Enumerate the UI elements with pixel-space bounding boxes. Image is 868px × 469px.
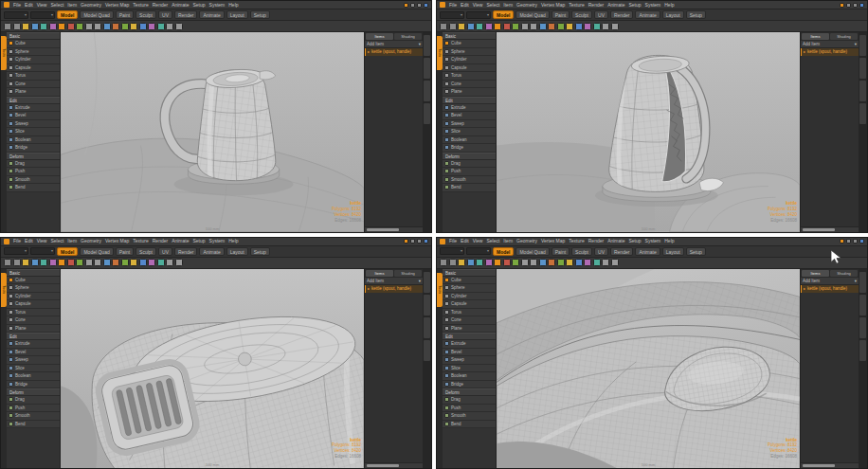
menu-render[interactable]: Render [153,237,168,245]
layout-tab-layout[interactable]: Layout [662,10,684,19]
menu-render[interactable]: Render [153,1,168,9]
menu-geometry[interactable]: Geometry [81,1,101,9]
rotate-tool-icon[interactable] [112,23,119,30]
quick-access-field-2[interactable]: ▾ [30,11,55,19]
tool-plane[interactable]: Plane [443,88,496,97]
side-tab-display[interactable] [424,81,430,101]
menu-system[interactable]: System [645,237,661,245]
move-tool-icon[interactable] [539,259,547,266]
tool-capsule[interactable]: Capsule [443,64,496,73]
menu-file[interactable]: File [13,237,21,245]
tools-rail-tab[interactable]: Tools [437,36,443,70]
work-plane-icon[interactable] [85,23,93,30]
layout-tab-sculpt[interactable]: Sculpt [571,247,592,256]
tool-push[interactable]: Push [7,405,60,413]
symmetry-icon[interactable] [530,23,537,30]
tool-capsule[interactable]: Capsule [443,300,496,309]
tool-bevel[interactable]: Bevel [7,349,60,357]
falloff-icon[interactable] [67,23,75,30]
setup-icon[interactable] [611,23,619,30]
tool-bend[interactable]: Bend [443,421,496,429]
move-tool-icon[interactable] [539,23,547,30]
item-list-tab-shading[interactable]: Shading [394,270,422,277]
tool-bevel[interactable]: Bevel [443,112,496,120]
side-tab-lists[interactable] [859,272,866,293]
paint-icon[interactable] [148,259,155,266]
uv-icon[interactable] [593,23,601,30]
tool-cube[interactable]: Cube [7,277,60,285]
redo-icon[interactable] [13,259,21,266]
hair-icon[interactable] [602,23,609,30]
tool-extrude[interactable]: Extrude [7,340,60,349]
tool-cylinder[interactable]: Cylinder [443,56,496,64]
tool-bridge[interactable]: Bridge [443,144,496,153]
tool-boolean[interactable]: Boolean [443,136,496,145]
tool-slice[interactable]: Slice [7,365,60,373]
home-icon[interactable] [404,239,408,244]
menu-file[interactable]: File [449,237,457,245]
work-plane-icon[interactable] [521,23,529,30]
symmetry-icon[interactable] [94,259,101,266]
layout-next-icon[interactable] [853,3,858,8]
menu-select[interactable]: Select [486,237,499,245]
tool-plane[interactable]: Plane [443,325,496,334]
tool-cube[interactable]: Cube [7,40,60,48]
menu-edit[interactable]: Edit [461,237,469,245]
layout-tab-sculpt[interactable]: Sculpt [136,247,156,256]
setup-icon[interactable] [611,259,619,266]
tool-sphere[interactable]: Sphere [443,284,496,293]
tool-sweep[interactable]: Sweep [443,120,496,129]
item-list-tab-items[interactable]: Items [802,33,829,40]
tools-rail-tab[interactable]: Tools [437,273,443,307]
tool-bend[interactable]: Bend [7,421,60,429]
undo-icon[interactable] [440,23,447,30]
tool-drag[interactable]: Drag [443,160,496,169]
tool-extrude[interactable]: Extrude [443,104,496,113]
expand-arrow-icon[interactable]: ▸ [804,48,805,56]
items-mode-icon[interactable] [49,259,57,266]
tool-cylinder[interactable]: Cylinder [443,293,496,301]
layout-tab-model-quad[interactable]: Model Quad [80,10,113,19]
work-plane-icon[interactable] [85,259,93,266]
home-icon[interactable] [840,3,844,8]
side-tab-lists[interactable] [859,35,866,56]
layout-tab-setup[interactable]: Setup [686,10,706,19]
tool-bridge[interactable]: Bridge [7,144,60,153]
menu-system[interactable]: System [645,1,661,9]
menu-texture[interactable]: Texture [569,1,584,9]
tool-sweep[interactable]: Sweep [7,120,60,129]
tool-cylinder[interactable]: Cylinder [7,293,60,301]
layout-tab-model[interactable]: Model [57,247,78,256]
menu-setup[interactable]: Setup [192,1,205,9]
item-list-scrollbar[interactable] [801,226,859,232]
layout-tab-paint[interactable]: Paint [116,247,134,256]
vertices-mode-icon[interactable] [458,259,465,266]
menu-setup[interactable]: Setup [628,1,641,9]
edges-mode-icon[interactable] [467,23,475,30]
layout-tab-uv[interactable]: UV [594,10,608,19]
uv-icon[interactable] [157,259,165,266]
layout-tab-model-quad[interactable]: Model Quad [80,247,113,256]
scrollbar-thumb[interactable] [367,228,399,231]
edges-mode-icon[interactable] [467,259,475,266]
menu-select[interactable]: Select [50,237,63,245]
layout-tab-setup[interactable]: Setup [250,247,270,256]
preview-icon[interactable] [575,259,583,266]
tool-bevel[interactable]: Bevel [443,349,496,357]
side-tab-channels[interactable] [424,103,430,124]
redo-icon[interactable] [13,23,21,30]
menu-help[interactable]: Help [228,237,238,245]
snapping-icon[interactable] [76,23,83,30]
hair-icon[interactable] [166,259,173,266]
menu-geometry[interactable]: Geometry [516,237,537,245]
vertices-mode-icon[interactable] [22,259,29,266]
add-item-row[interactable]: Add Item ▾ [365,41,423,48]
scale-tool-icon[interactable] [557,259,565,266]
layout-tab-model-quad[interactable]: Model Quad [515,247,549,256]
render-icon[interactable] [566,259,573,266]
rotate-tool-icon[interactable] [112,259,119,266]
tool-capsule[interactable]: Capsule [7,300,60,309]
tool-smooth[interactable]: Smooth [443,412,496,421]
polygons-mode-icon[interactable] [40,259,47,266]
tool-bend[interactable]: Bend [443,184,496,192]
